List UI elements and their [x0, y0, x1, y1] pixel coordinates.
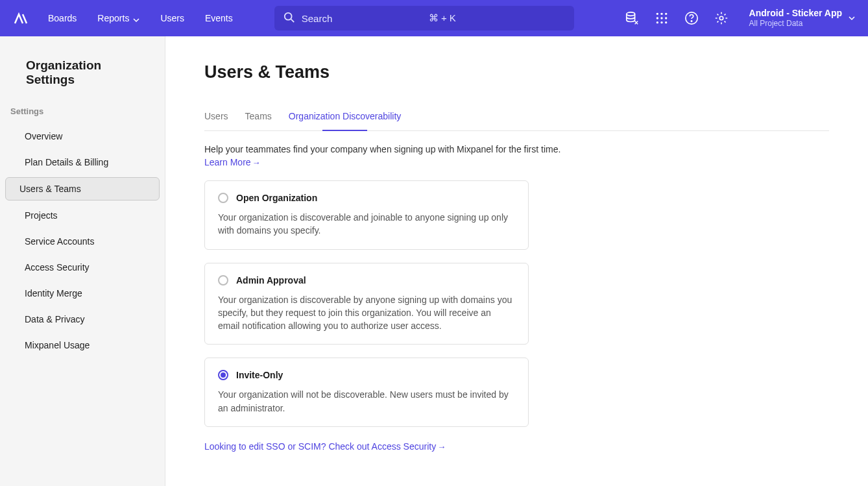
- learn-more-label: Learn More: [204, 157, 251, 167]
- svg-point-14: [719, 16, 723, 20]
- footer-link-label: Looking to edit SSO or SCIM? Check out A…: [204, 441, 436, 452]
- sidebar-item-mixpanel-usage[interactable]: Mixpanel Usage: [5, 334, 160, 356]
- nav-users[interactable]: Users: [160, 13, 184, 23]
- option-invite-only[interactable]: Invite-OnlyYour organization will not be…: [204, 358, 529, 427]
- sidebar-item-label: Identity Merge: [25, 288, 82, 298]
- sidebar-section-label: Settings: [0, 106, 165, 116]
- option-description: Your organization will not be discoverab…: [218, 388, 515, 415]
- svg-point-0: [285, 12, 292, 19]
- sidebar-item-label: Users & Teams: [19, 184, 81, 194]
- option-description: Your organization is discoverable by any…: [218, 293, 515, 333]
- search-input[interactable]: [302, 13, 425, 24]
- sidebar-item-label: Plan Details & Billing: [25, 157, 108, 167]
- database-icon[interactable]: [625, 11, 639, 25]
- main-content: Users & Teams UsersTeamsOrganization Dis…: [165, 36, 868, 486]
- nav-reports[interactable]: Reports: [97, 13, 139, 23]
- sidebar-item-label: Projects: [25, 210, 58, 221]
- option-head: Admin Approval: [218, 275, 515, 286]
- project-name: Android - Sticker App: [749, 8, 842, 19]
- radio-button[interactable]: [218, 193, 228, 203]
- search-bar[interactable]: ⌘ + K: [274, 6, 574, 30]
- svg-point-8: [665, 17, 667, 19]
- sidebar-item-service-accounts[interactable]: Service Accounts: [5, 230, 160, 252]
- discoverability-options: Open OrganizationYour organization is di…: [204, 180, 529, 427]
- svg-point-11: [665, 21, 667, 23]
- learn-more-link[interactable]: Learn More →: [204, 157, 261, 167]
- gear-icon[interactable]: [714, 11, 729, 25]
- sidebar-list: OverviewPlan Details & BillingUsers & Te…: [0, 125, 165, 360]
- help-icon[interactable]: [684, 11, 699, 25]
- tab-label: Teams: [245, 111, 272, 121]
- svg-point-13: [691, 21, 692, 21]
- svg-point-10: [660, 21, 662, 23]
- option-description: Your organization is discoverable and jo…: [218, 211, 515, 237]
- sidebar-item-label: Service Accounts: [25, 236, 94, 247]
- sidebar-item-identity-merge[interactable]: Identity Merge: [5, 282, 160, 304]
- option-head: Open Organization: [218, 193, 515, 203]
- svg-point-9: [656, 21, 658, 23]
- nav-boards[interactable]: Boards: [48, 13, 77, 23]
- option-head: Invite-Only: [218, 370, 515, 380]
- radio-button[interactable]: [218, 275, 228, 286]
- sidebar-title: Organization Settings: [0, 58, 165, 87]
- apps-grid-icon[interactable]: [655, 11, 669, 25]
- option-title: Admin Approval: [236, 275, 306, 286]
- svg-point-4: [660, 13, 662, 15]
- arrow-right-icon: →: [437, 442, 446, 452]
- search-icon: [283, 12, 295, 25]
- tab-users[interactable]: Users: [204, 106, 228, 130]
- arrow-right-icon: →: [252, 158, 261, 167]
- nav-label: Events: [205, 13, 233, 23]
- search-shortcut: ⌘ + K: [429, 12, 456, 24]
- svg-line-1: [291, 19, 294, 22]
- svg-point-3: [656, 13, 658, 15]
- access-security-link[interactable]: Looking to edit SSO or SCIM? Check out A…: [204, 441, 446, 452]
- svg-point-6: [656, 17, 658, 19]
- nav-label: Boards: [48, 13, 77, 23]
- tabs: UsersTeamsOrganization Discoverability: [204, 106, 829, 131]
- sidebar-item-access-security[interactable]: Access Security: [5, 256, 160, 278]
- chevron-down-icon: [133, 15, 139, 21]
- option-title: Invite-Only: [236, 370, 283, 380]
- sidebar-item-label: Data & Privacy: [25, 314, 85, 324]
- logo-icon[interactable]: [13, 10, 29, 26]
- project-sub: All Project Data: [749, 19, 842, 28]
- svg-point-2: [626, 12, 634, 16]
- tab-label: Organization Discoverability: [289, 111, 402, 121]
- sidebar-item-label: Mixpanel Usage: [25, 340, 90, 350]
- project-switcher[interactable]: Android - Sticker App All Project Data: [749, 8, 855, 28]
- option-title: Open Organization: [236, 193, 317, 203]
- nav-events[interactable]: Events: [205, 13, 233, 23]
- chevron-down-icon: [849, 13, 855, 23]
- nav-label: Users: [160, 13, 184, 23]
- svg-point-5: [665, 13, 667, 15]
- top-header: Boards Reports Users Events ⌘ + K: [0, 0, 868, 36]
- sidebar-item-label: Access Security: [25, 262, 90, 273]
- sidebar: Organization Settings Settings OverviewP…: [0, 36, 165, 486]
- sidebar-item-label: Overview: [25, 131, 62, 141]
- sidebar-item-plan-details-billing[interactable]: Plan Details & Billing: [5, 151, 160, 173]
- page-title: Users & Teams: [204, 62, 829, 82]
- option-open-organization[interactable]: Open OrganizationYour organization is di…: [204, 180, 529, 250]
- nav-label: Reports: [97, 13, 129, 23]
- option-admin-approval[interactable]: Admin ApprovalYour organization is disco…: [204, 263, 529, 345]
- sidebar-item-data-privacy[interactable]: Data & Privacy: [5, 308, 160, 330]
- help-text: Help your teammates find your company wh…: [204, 144, 829, 154]
- header-icons: Android - Sticker App All Project Data: [625, 8, 855, 28]
- sidebar-item-users-teams[interactable]: Users & Teams: [5, 177, 160, 200]
- radio-button[interactable]: [218, 370, 228, 380]
- tab-teams[interactable]: Teams: [245, 106, 272, 130]
- nav-links: Boards Reports Users Events: [48, 13, 233, 23]
- svg-point-7: [660, 17, 662, 19]
- tab-organization-discoverability[interactable]: Organization Discoverability: [289, 106, 402, 130]
- sidebar-item-projects[interactable]: Projects: [5, 204, 160, 226]
- sidebar-item-overview[interactable]: Overview: [5, 125, 160, 147]
- tab-label: Users: [204, 111, 228, 121]
